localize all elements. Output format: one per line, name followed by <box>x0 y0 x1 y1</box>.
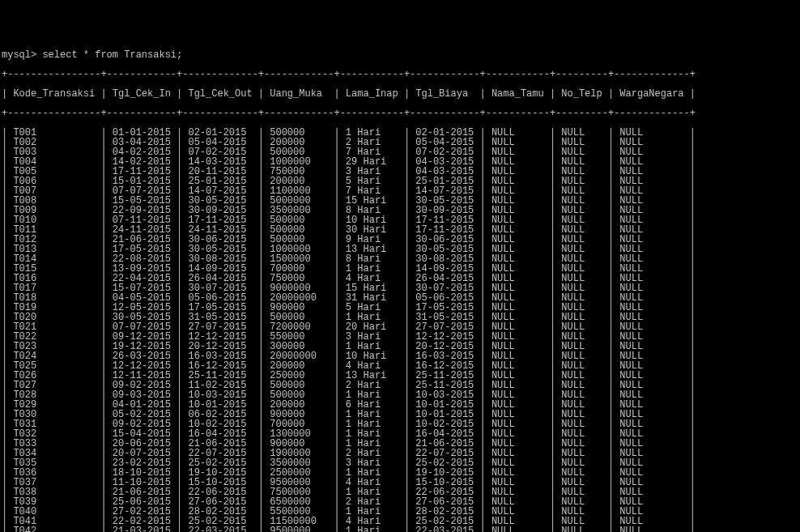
sql-prompt: mysql> select * from Transaksi; <box>2 50 798 60</box>
table-border-mid: +----------------+------------+---------… <box>2 109 798 118</box>
mysql-terminal[interactable]: mysql> select * from Transaksi; +-------… <box>2 40 798 532</box>
table-header-row: | Kode_Transaksi | Tgl_Cek_In | Tgl_Cek_… <box>2 89 798 99</box>
table-row: | T042 | 21-03-2015 | 22-03-2015 | 95000… <box>2 526 798 532</box>
table-border-top: +----------------+------------+---------… <box>2 70 798 79</box>
table-body: | T001 | 01-01-2015 | 02-01-2015 | 50000… <box>2 128 798 532</box>
